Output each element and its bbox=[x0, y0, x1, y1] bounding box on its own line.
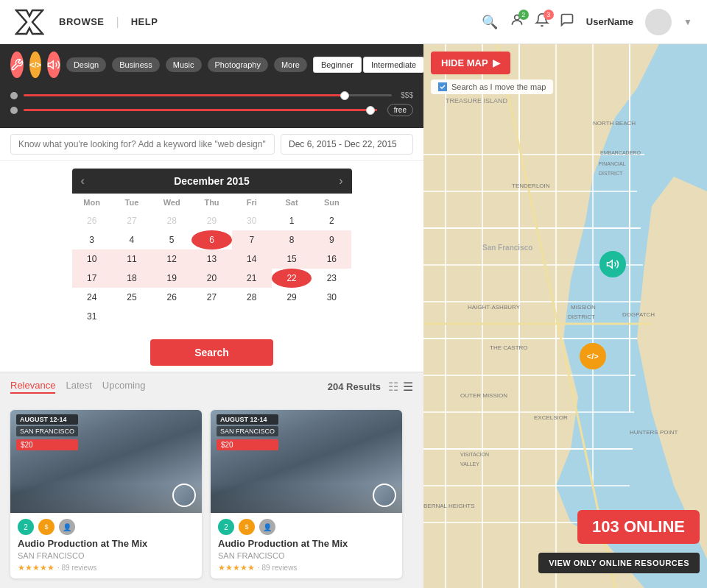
cal-day-cell[interactable]: 2 bbox=[312, 211, 351, 230]
list-view-icon[interactable]: ☰ bbox=[403, 380, 413, 394]
cal-day-cell[interactable]: 12 bbox=[152, 249, 191, 269]
filter-icon-code[interactable]: </> bbox=[29, 52, 41, 78]
cal-day-cell[interactable]: 14 bbox=[232, 249, 272, 269]
svg-text:DISTRICT: DISTRICT bbox=[599, 171, 623, 176]
event-card-1[interactable]: AUGUST 12-14 SAN FRANCISCO $20 2 $ 👤 Aud… bbox=[10, 410, 202, 578]
cal-day-cell[interactable]: 13 bbox=[191, 249, 231, 269]
event-card-2[interactable]: AUGUST 12-14 SAN FRANCISCO $20 2 $ 👤 Aud… bbox=[211, 410, 402, 578]
search-as-move[interactable]: Search as I move the map bbox=[431, 79, 553, 94]
cal-day-cell[interactable]: 11 bbox=[112, 249, 152, 269]
cal-day-cell[interactable] bbox=[272, 307, 312, 326]
svg-marker-2 bbox=[48, 61, 53, 69]
slider2-left-handle[interactable] bbox=[10, 107, 18, 114]
cal-day-cell[interactable]: 29 bbox=[272, 288, 312, 307]
cal-day-cell[interactable] bbox=[112, 307, 152, 326]
cal-day-cell[interactable] bbox=[312, 307, 351, 326]
cal-day-cell[interactable]: 17 bbox=[72, 269, 112, 288]
cal-day-cell[interactable]: 29 bbox=[191, 211, 231, 230]
nav-help[interactable]: HELP bbox=[131, 16, 158, 27]
svg-text:FINANCIAL: FINANCIAL bbox=[599, 161, 626, 166]
cal-day-cell[interactable]: 21 bbox=[232, 269, 272, 288]
cal-day-cell[interactable]: 24 bbox=[72, 288, 112, 307]
bell-icon-btn[interactable]: 3 bbox=[535, 13, 549, 31]
cal-day-cell[interactable]: 26 bbox=[72, 211, 112, 230]
sort-tab-upcoming[interactable]: Upcoming bbox=[102, 380, 146, 394]
search-as-move-checkbox[interactable] bbox=[438, 82, 447, 91]
header-search-icon[interactable]: 🔍 bbox=[482, 14, 498, 30]
tab-intermediate[interactable]: Intermediate bbox=[363, 57, 423, 73]
cal-day-cell[interactable]: 6 bbox=[191, 230, 231, 249]
search-btn-row: Search bbox=[0, 333, 423, 372]
nav-browse[interactable]: BROWSE bbox=[59, 16, 105, 27]
cal-day-cell[interactable]: 9 bbox=[312, 230, 351, 249]
filter-icon-wrench[interactable] bbox=[10, 52, 24, 78]
cal-day-cell[interactable]: 10 bbox=[72, 249, 112, 269]
keyword-input[interactable] bbox=[10, 134, 275, 155]
hide-map-label: HIDE MAP bbox=[441, 57, 488, 68]
filter-tag-more[interactable]: More bbox=[274, 57, 307, 72]
view-online-resources-button[interactable]: VIEW ONLY ONLINE RESOURCES bbox=[538, 553, 700, 573]
cal-day-cell[interactable]: 20 bbox=[191, 269, 231, 288]
cal-day-cell[interactable]: 23 bbox=[312, 269, 351, 288]
date-input[interactable] bbox=[281, 134, 413, 155]
cal-day-cell[interactable]: 27 bbox=[112, 211, 152, 230]
grid-view-icon[interactable]: ☷ bbox=[388, 380, 398, 394]
cal-prev-btn[interactable]: ‹ bbox=[81, 174, 85, 188]
tab-beginner[interactable]: Beginner bbox=[313, 57, 362, 73]
svg-text:EXCELSIOR: EXCELSIOR bbox=[534, 414, 568, 421]
cal-day-cell[interactable]: 16 bbox=[312, 249, 351, 269]
cal-day-cell[interactable]: 28 bbox=[152, 211, 191, 230]
cal-day-cell[interactable]: 30 bbox=[232, 211, 272, 230]
cal-day-cell[interactable]: 3 bbox=[72, 230, 112, 249]
svg-text:DOGPATCH: DOGPATCH bbox=[622, 311, 655, 318]
user-dropdown-arrow[interactable]: ▼ bbox=[683, 17, 692, 27]
cal-day-cell[interactable]: 31 bbox=[72, 307, 112, 326]
map-marker-code[interactable]: </> bbox=[580, 343, 606, 369]
calendar-grid: MonTueWedThuFriSatSun2627282930123456789… bbox=[72, 194, 352, 326]
cal-day-cell[interactable] bbox=[152, 307, 191, 326]
cal-day-cell[interactable]: 8 bbox=[272, 230, 312, 249]
header: BROWSE | HELP 🔍 2 3 UserName ▼ bbox=[0, 0, 707, 44]
hide-map-button[interactable]: HIDE MAP ▶ bbox=[431, 52, 510, 74]
cal-day-cell[interactable]: 5 bbox=[152, 230, 191, 249]
profile-icon-btn[interactable]: 2 bbox=[510, 13, 524, 31]
card-avatar-2 bbox=[373, 483, 396, 507]
slider2-thumb[interactable] bbox=[366, 106, 375, 115]
cal-next-btn[interactable]: › bbox=[339, 174, 342, 188]
slider1-thumb[interactable] bbox=[340, 91, 349, 100]
card-price-badge-1: $20 bbox=[16, 439, 78, 450]
filter-tag-music[interactable]: Music bbox=[166, 57, 202, 72]
svg-text:HUNTERS POINT: HUNTERS POINT bbox=[630, 429, 678, 436]
cal-day-cell[interactable]: 26 bbox=[152, 288, 191, 307]
cal-day-cell[interactable] bbox=[191, 307, 231, 326]
sort-tab-latest[interactable]: Latest bbox=[66, 380, 91, 394]
cal-day-cell[interactable]: 28 bbox=[232, 288, 272, 307]
slider1-left-handle[interactable] bbox=[10, 92, 18, 99]
svg-text:VISITACION: VISITACION bbox=[460, 452, 489, 457]
cal-day-cell[interactable]: 19 bbox=[152, 269, 191, 288]
card-badges-1: AUGUST 12-14 SAN FRANCISCO $20 bbox=[10, 410, 84, 455]
map-marker-megaphone[interactable] bbox=[599, 251, 626, 277]
sort-tab-relevance[interactable]: Relevance bbox=[10, 380, 55, 394]
cal-day-cell[interactable]: 7 bbox=[232, 230, 272, 249]
cal-day-cell[interactable]: 1 bbox=[272, 211, 312, 230]
cal-day-cell[interactable]: 4 bbox=[112, 230, 152, 249]
filter-tag-business[interactable]: Business bbox=[112, 57, 160, 72]
cal-day-cell[interactable]: 18 bbox=[112, 269, 152, 288]
cal-day-cell[interactable]: 25 bbox=[112, 288, 152, 307]
slider2-track bbox=[24, 109, 377, 111]
search-button[interactable]: Search bbox=[150, 339, 273, 366]
cal-day-cell[interactable] bbox=[232, 307, 272, 326]
cal-day-cell[interactable]: 15 bbox=[272, 249, 312, 269]
cal-day-cell[interactable]: 27 bbox=[191, 288, 231, 307]
cal-day-cell[interactable]: 30 bbox=[312, 288, 351, 307]
cal-day-cell[interactable]: 22 bbox=[272, 269, 312, 288]
slider-row-2: free bbox=[10, 104, 413, 116]
user-avatar[interactable] bbox=[645, 9, 672, 35]
filter-tag-design[interactable]: Design bbox=[66, 57, 106, 72]
filter-tag-photo[interactable]: Photography bbox=[208, 57, 268, 72]
filter-icon-megaphone[interactable] bbox=[47, 52, 60, 78]
logo[interactable] bbox=[15, 7, 44, 37]
chat-icon-btn[interactable] bbox=[560, 13, 574, 31]
main-nav: BROWSE | HELP bbox=[59, 15, 158, 29]
